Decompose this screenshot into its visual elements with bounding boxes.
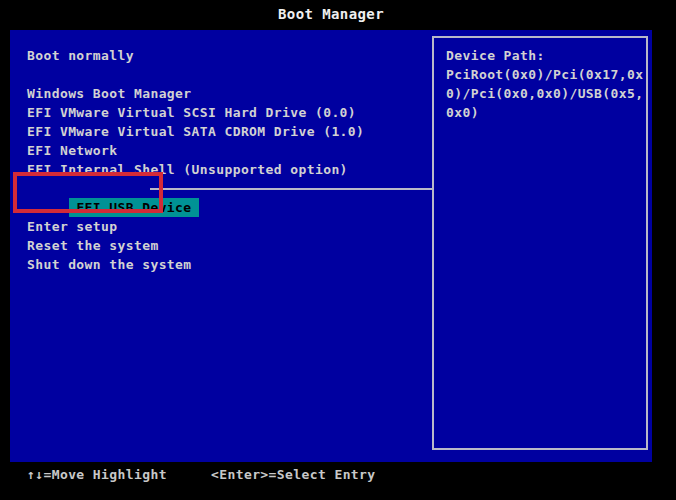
menu-spacer: [10, 65, 430, 84]
menu-item-enter-setup[interactable]: Enter setup: [10, 217, 430, 236]
annotation-rectangle: [13, 172, 163, 213]
menu-item-reset-system[interactable]: Reset the system: [10, 236, 430, 255]
menu-item-efi-sata-cdrom-drive[interactable]: EFI VMware Virtual SATA CDROM Drive (1.0…: [10, 122, 430, 141]
menu-item-boot-normally[interactable]: Boot normally: [10, 46, 430, 65]
device-path-label: Device Path:: [446, 46, 642, 65]
device-path-line: PciRoot(0x0)/Pci(0x17,0x: [446, 65, 642, 84]
menu-item-shut-down-system[interactable]: Shut down the system: [10, 255, 430, 274]
boot-menu-area: Boot normally Windows Boot Manager EFI V…: [10, 30, 652, 462]
menu-item-efi-network[interactable]: EFI Network: [10, 141, 430, 160]
hint-select-entry: <Enter>=Select Entry: [211, 464, 376, 486]
menu-item-windows-boot-manager[interactable]: Windows Boot Manager: [10, 84, 430, 103]
boot-menu: Boot normally Windows Boot Manager EFI V…: [10, 46, 430, 274]
key-hints-bar: ↑↓=Move Highlight <Enter>=Select Entry: [0, 464, 676, 486]
menu-item-efi-scsi-hard-drive[interactable]: EFI VMware Virtual SCSI Hard Drive (0.0): [10, 103, 430, 122]
device-path-line: 0)/Pci(0x0,0x0)/USB(0x5,: [446, 84, 642, 103]
hint-move-highlight: ↑↓=Move Highlight: [27, 464, 167, 486]
page-title: Boot Manager: [10, 6, 652, 22]
device-path-panel: Device Path: PciRoot(0x0)/Pci(0x17,0x 0)…: [432, 36, 648, 450]
boot-manager-screen: { "title": "Boot Manager", "menu": { "se…: [0, 0, 676, 500]
device-path-line: 0x0): [446, 103, 642, 122]
selection-separator-line: [150, 188, 432, 190]
